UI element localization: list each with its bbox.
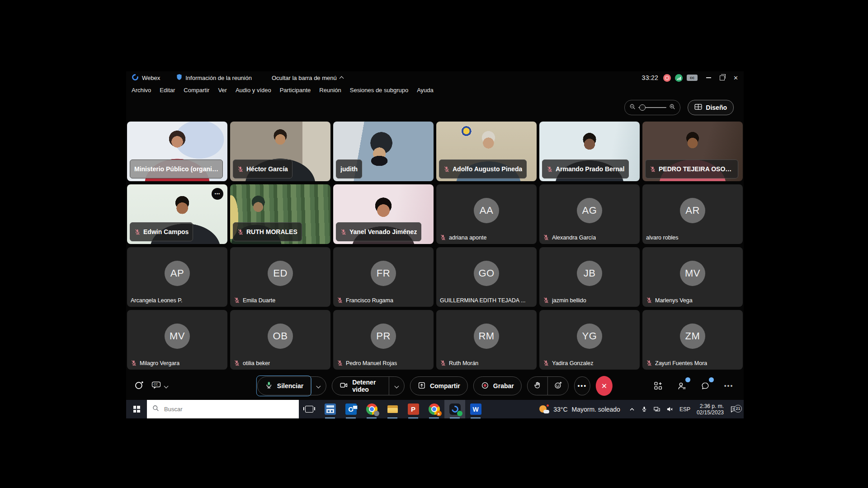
menu-item[interactable]: Audio y vídeo	[236, 87, 271, 94]
task-view-button[interactable]	[299, 400, 320, 418]
raise-hand-button[interactable]	[528, 377, 547, 395]
reactions-button[interactable]	[547, 377, 568, 395]
share-button[interactable]: Compartir	[410, 376, 468, 395]
word-taskbar-button[interactable]	[465, 400, 486, 418]
participant-tile[interactable]: RMRuth Morán	[436, 310, 537, 370]
running-indicator	[387, 418, 397, 418]
control-bar: CC Silenciar	[126, 376, 744, 395]
restore-button[interactable]	[720, 75, 725, 80]
chrome-alt-taskbar-button[interactable]: s	[424, 400, 444, 418]
zoom-slider[interactable]	[638, 104, 666, 111]
participant-tile[interactable]: GOGUILLERMINA EDITH TEJADA ...	[436, 247, 537, 307]
participant-name: Francisco Rugama	[346, 297, 393, 304]
video-options-chevron[interactable]	[389, 377, 404, 395]
minimize-button[interactable]	[706, 77, 711, 78]
search-input[interactable]	[163, 405, 293, 413]
meeting-info-button[interactable]: Información de la reunión	[176, 74, 252, 82]
outlook-taskbar-button[interactable]	[340, 400, 361, 418]
webex-logo-icon	[132, 74, 139, 82]
calculator-taskbar-button[interactable]	[320, 400, 340, 418]
record-button[interactable]: Grabar	[473, 376, 522, 395]
menu-item[interactable]: Ver	[218, 87, 227, 94]
mic-muted-icon	[337, 297, 343, 304]
tray-microphone-icon[interactable]	[641, 406, 647, 413]
close-button[interactable]: ✕	[733, 75, 738, 81]
apps-button[interactable]	[652, 379, 664, 393]
leave-meeting-button[interactable]: ✕	[596, 376, 613, 396]
participant-tile[interactable]: FRFrancisco Rugama	[333, 247, 434, 307]
participants-button[interactable]	[676, 379, 688, 393]
participant-name-label: Zayuri Fuentes Mora	[646, 360, 707, 366]
zoom-slider-knob[interactable]	[639, 104, 646, 111]
taskbar-clock[interactable]: 2:36 p. m. 02/15/2023	[693, 403, 727, 416]
tile-more-button[interactable]: •••	[212, 188, 223, 200]
explorer-taskbar-button[interactable]	[382, 400, 403, 418]
participant-tile[interactable]: APArcangela Leones P.	[127, 247, 227, 307]
chrome-taskbar-button[interactable]	[361, 400, 382, 418]
participant-tile[interactable]: PEDRO TEJEIRA OSORIO	[642, 122, 743, 181]
mute-button[interactable]: Silenciar	[258, 377, 311, 395]
webex-badge	[457, 411, 462, 416]
participant-tile[interactable]: MVMilagro Vergara	[127, 310, 227, 370]
zoom-control[interactable]	[624, 100, 680, 115]
search-icon	[152, 405, 159, 413]
webex-taskbar-button[interactable]	[444, 400, 465, 418]
participant-name: Pedro Manuel Rojas	[346, 360, 397, 366]
participant-tile[interactable]: Ministerio Público (organizador, yo)	[127, 122, 227, 181]
webex-assistant-icon[interactable]	[134, 380, 144, 392]
mic-muted-icon	[650, 166, 656, 173]
stop-video-button[interactable]: Detener video	[332, 377, 389, 395]
menu-item[interactable]: Participante	[280, 87, 311, 94]
running-indicator	[346, 418, 356, 418]
hidden-icons-chevron[interactable]	[629, 406, 635, 413]
participant-tile[interactable]: judith	[333, 122, 434, 181]
menu-item[interactable]: Compartir	[184, 87, 209, 94]
participant-avatar: MV	[680, 261, 705, 286]
hide-menubar-button[interactable]: Ocultar la barra de menú	[272, 75, 343, 81]
participant-name-label: otilia beker	[234, 360, 270, 366]
participant-tile[interactable]: ZMZayuri Fuentes Mora	[642, 310, 743, 370]
closed-captions-icon[interactable]: CC	[151, 381, 161, 391]
network-icon[interactable]	[653, 406, 660, 413]
zoom-in-icon[interactable]	[669, 103, 675, 112]
participant-tile[interactable]: AAadriana aponte	[436, 184, 537, 244]
menu-item[interactable]: Sesiones de subgrupo	[350, 87, 408, 94]
mic-muted-icon	[646, 297, 652, 304]
participant-tile[interactable]: OBotilia beker	[230, 310, 330, 370]
share-icon	[418, 381, 426, 391]
taskbar-search[interactable]	[147, 400, 299, 418]
participant-tile[interactable]: •••Edwin Campos	[127, 184, 227, 244]
participant-tile[interactable]: Yanel Venado Jiménez	[333, 184, 434, 244]
more-options-button[interactable]: •••	[574, 376, 590, 395]
layout-button[interactable]: Diseño	[688, 100, 734, 115]
participant-avatar: YG	[577, 324, 602, 349]
participant-tile[interactable]: MVMarlenys Vega	[642, 247, 743, 307]
participant-tile[interactable]: Héctor García	[230, 122, 330, 181]
action-center-button[interactable]: 21	[727, 405, 744, 413]
participant-tile[interactable]: ARalvaro robles	[642, 184, 743, 244]
participant-tile[interactable]: Armando Prado Bernal	[539, 122, 640, 181]
chat-button[interactable]	[699, 379, 711, 393]
participant-name: Edwin Campos	[143, 228, 189, 235]
powerpoint-taskbar-button[interactable]	[403, 400, 424, 418]
participant-tile[interactable]: EDEmila Duarte	[230, 247, 330, 307]
participant-tile[interactable]: Adolfo Augusto Pineda	[436, 122, 537, 181]
audio-options-chevron[interactable]	[311, 377, 326, 395]
participant-tile[interactable]: JBjazmin bellido	[539, 247, 640, 307]
weather-widget[interactable]: 33°C Mayorm. soleado	[534, 404, 625, 414]
start-button[interactable]	[126, 400, 147, 418]
menu-item[interactable]: Reunión	[319, 87, 341, 94]
participant-tile[interactable]: YGYadira Gonzalez	[539, 310, 640, 370]
participant-tile[interactable]: AGAlexandra García	[539, 184, 640, 244]
more-panels-button[interactable]: •••	[723, 379, 735, 393]
captions-options-chevron[interactable]	[164, 384, 169, 388]
volume-muted-icon[interactable]	[666, 406, 673, 413]
language-indicator[interactable]: ESP	[677, 406, 693, 413]
menu-item[interactable]: Ayuda	[417, 87, 434, 94]
menu-item[interactable]: Archivo	[132, 87, 151, 94]
participant-tile[interactable]: PRPedro Manuel Rojas	[333, 310, 434, 370]
share-button-label: Compartir	[430, 382, 460, 389]
participant-tile[interactable]: RUTH MORALES	[230, 184, 330, 244]
menu-item[interactable]: Editar	[160, 87, 175, 94]
zoom-out-icon[interactable]	[629, 103, 636, 112]
